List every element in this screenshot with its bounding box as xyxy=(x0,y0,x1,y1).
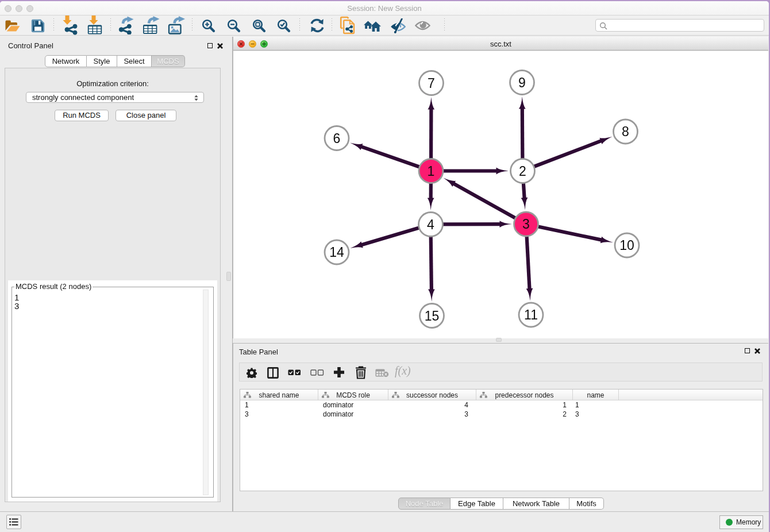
svg-text:1: 1 xyxy=(428,164,435,179)
svg-text:7: 7 xyxy=(428,76,435,91)
svg-text:3: 3 xyxy=(522,217,530,232)
svg-text:4: 4 xyxy=(427,217,434,232)
svg-text:11: 11 xyxy=(524,307,538,322)
svg-text:8: 8 xyxy=(622,124,629,139)
svg-text:15: 15 xyxy=(425,309,440,323)
svg-text:2: 2 xyxy=(519,164,526,179)
svg-text:14: 14 xyxy=(329,245,344,260)
svg-text:6: 6 xyxy=(333,131,341,146)
svg-text:9: 9 xyxy=(518,75,526,90)
svg-text:10: 10 xyxy=(619,238,634,253)
